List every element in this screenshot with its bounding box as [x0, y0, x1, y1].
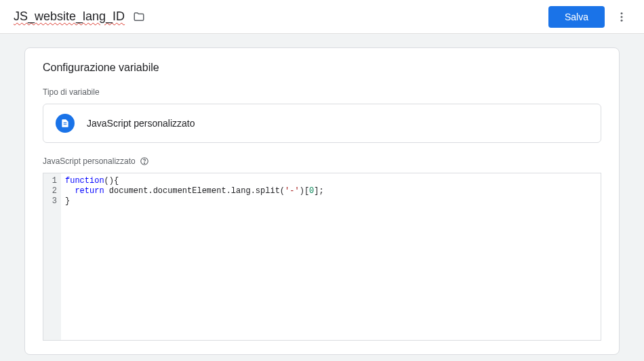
editor-label: JavaScript personalizzato [43, 156, 601, 166]
svg-point-2 [621, 19, 623, 21]
document-icon [56, 114, 75, 133]
header: JS_website_lang_ID Salva [0, 0, 644, 34]
save-button[interactable]: Salva [548, 6, 605, 28]
panel-heading: Configurazione variabile [43, 62, 601, 74]
line-gutter: 123 [43, 173, 61, 340]
code-editor[interactable]: 123 function(){ return document.document… [43, 173, 601, 341]
variable-type-card[interactable]: JavaScript personalizzato [43, 104, 601, 143]
more-menu-icon[interactable] [613, 8, 630, 26]
svg-point-0 [621, 12, 623, 14]
variable-type-value: JavaScript personalizzato [87, 118, 195, 129]
folder-icon[interactable] [133, 11, 145, 23]
code-area[interactable]: function(){ return document.documentElem… [61, 173, 601, 340]
svg-point-1 [621, 16, 623, 18]
variable-type-label: Tipo di variabile [43, 87, 601, 97]
config-panel: Configurazione variabile Tipo di variabi… [24, 47, 620, 355]
svg-point-4 [144, 163, 144, 163]
help-icon[interactable] [140, 156, 149, 166]
variable-title[interactable]: JS_website_lang_ID [14, 9, 125, 24]
